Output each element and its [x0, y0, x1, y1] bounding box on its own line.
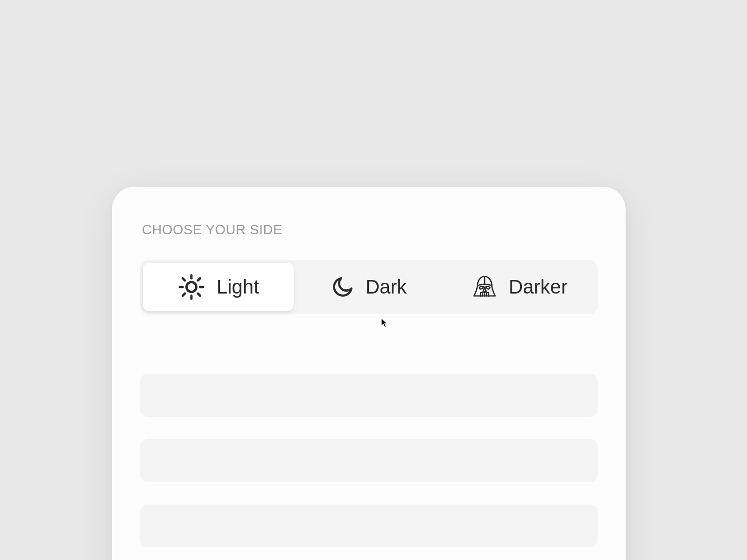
svg-line-4	[198, 294, 200, 296]
theme-segmented-control: Light Dark	[140, 260, 598, 314]
content-placeholder-list	[140, 374, 598, 547]
theme-option-label: Dark	[366, 276, 407, 298]
svg-line-8	[198, 279, 200, 281]
theme-option-label: Light	[217, 276, 259, 298]
darth-vader-icon	[472, 274, 498, 300]
svg-point-0	[186, 282, 196, 292]
theme-card: CHOOSE YOUR SIDE Light	[112, 187, 626, 560]
section-title: CHOOSE YOUR SIDE	[142, 222, 598, 238]
content-placeholder-row	[140, 504, 598, 547]
content-placeholder-row	[140, 439, 598, 482]
content-placeholder-row	[140, 374, 598, 417]
theme-option-light[interactable]: Light	[143, 263, 294, 311]
svg-line-7	[183, 294, 185, 296]
theme-option-darker[interactable]: Darker	[444, 263, 595, 311]
theme-option-label: Darker	[509, 276, 568, 298]
theme-option-dark[interactable]: Dark	[294, 263, 444, 311]
sun-icon	[177, 273, 205, 301]
moon-icon	[331, 275, 354, 299]
svg-line-3	[183, 279, 185, 281]
